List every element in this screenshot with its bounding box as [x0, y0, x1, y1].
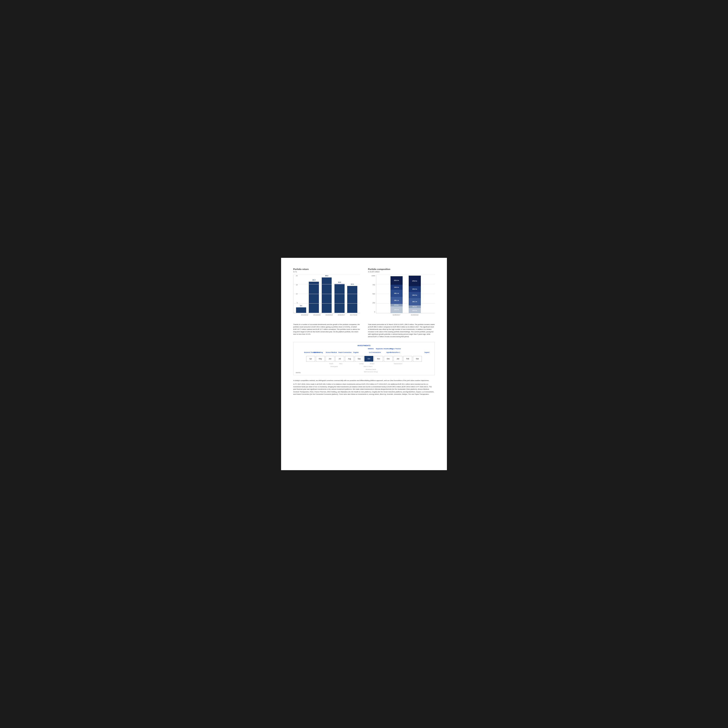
inv-label-lacroissanterie: La Croissanterie [369, 352, 381, 353]
text-row: Thanks to a number of successful divestm… [293, 323, 435, 338]
inv-label-cegeka: Cegeka [353, 352, 359, 353]
month-jan[interactable]: Jan [393, 356, 402, 362]
bar-2013: 3.1 [295, 275, 307, 313]
month-oct[interactable]: Oct [364, 356, 373, 362]
bottom-text: In today's competitive markets, we disti… [293, 379, 435, 396]
exit-res: RES [340, 363, 343, 365]
inv-top-labels-1: WEMAS France Themes Stiplastics Healthca… [296, 348, 432, 352]
portfolio-composition-chart: Porfolio composition In EUR million 1000… [368, 268, 435, 319]
bottom-para-2: In FY 2017-2018, Gimv made in all EUR 24… [293, 383, 435, 396]
month-mar[interactable]: Mar [413, 356, 422, 362]
month-jul[interactable]: Jul [335, 356, 344, 362]
exit-marcovasco: Marco Vasco [364, 366, 373, 367]
portfolio-return-title: Porfolio return [293, 268, 360, 271]
month-nov[interactable]: Nov [374, 356, 383, 362]
text-left: Thanks to a number of successful divestm… [293, 323, 360, 338]
comp-y-axis: 1000 750 500 250 0 [368, 275, 376, 313]
bar-2014: 18.3 [308, 275, 319, 313]
comp-bar-2017: 173.4 m 67.5 m 185.1 m [390, 275, 403, 313]
inv-label-wemas: WEMAS [368, 348, 374, 350]
comp-bar-2018: 134.5 m 67.2 m 192.1 m [409, 275, 421, 313]
portfolio-return-chart: Porfolio return In % 20 15 10 5 0 [293, 268, 360, 319]
exits-area: EXITS Teads RES Luciad Brakel Mackevisio… [296, 362, 432, 373]
bar-2016: 16.6 [334, 275, 345, 313]
composition-subtitle: In EUR million [368, 271, 435, 273]
investments-section: INVESTMENTS WEMAS France Themes Stiplast… [293, 342, 435, 375]
charts-row: Porfolio return In % 20 15 10 5 0 [293, 268, 435, 319]
inv-label-arseus: Arseus Medical [326, 352, 337, 353]
investments-title: INVESTMENTS [296, 344, 432, 347]
x-label-2013: 2013/2014 [299, 314, 310, 316]
comp-x-2017: 31/05/2017 [390, 314, 402, 316]
month-aug[interactable]: Aug [345, 356, 354, 362]
portfolio-return-bar-chart: 20 15 10 5 0 [293, 275, 360, 319]
exit-greenyard: Greenyard [330, 366, 338, 367]
x-label-2017: 2017/2018 [348, 314, 359, 316]
page: Porfolio return In % 20 15 10 5 0 [281, 258, 447, 470]
x-label-2016: 2016/2017 [336, 314, 347, 316]
x-label-2014: 2014/2015 [312, 314, 322, 316]
x-label-2015: 2015/2016 [324, 314, 335, 316]
months-row: Apr May Jun Jul Aug Sep Oct Nov Dec Jan … [296, 356, 432, 362]
inv-label-mvz: MVZ Holding [314, 352, 323, 353]
inv-top-labels-2: Imcheck Therapeutics Snack Connection Ag… [296, 352, 432, 355]
exit-luciad: Luciad [359, 363, 363, 365]
text-right: Total assets amounted at 31 March 2018 t… [368, 323, 435, 338]
month-jun[interactable]: Jun [326, 356, 335, 362]
inv-label-snack: Snack Connection [338, 352, 352, 353]
month-may[interactable]: May [316, 356, 325, 362]
bottom-para-1: In today's competitive markets, we disti… [293, 379, 435, 382]
inv-label-agrobiothers: AgroBiothers [387, 352, 396, 353]
month-apr[interactable]: Apr [306, 356, 315, 362]
comp-x-2018: 31/03/2018 [408, 314, 421, 316]
exit-brakel: Brakel [370, 363, 374, 365]
month-feb[interactable]: Feb [403, 356, 412, 362]
inv-label-stiplastics: Stiplastics Healthcaring [376, 348, 393, 350]
exit-mackevision: Mackevision [394, 363, 402, 365]
exits-title: EXITS [296, 372, 300, 373]
month-sep[interactable]: Sep [355, 356, 364, 362]
exit-almaviva: Almaviva Sante [366, 369, 376, 370]
portfolio-return-subtitle: In % [293, 271, 360, 273]
composition-title: Porfolio composition [368, 268, 435, 271]
inv-label-impact: Impact [424, 352, 429, 353]
exit-teads: Teads [329, 363, 333, 365]
bar-2017: 15.6 [347, 275, 358, 313]
inv-label-fire1: Fire 1 [396, 352, 400, 353]
month-dec[interactable]: Dec [384, 356, 393, 362]
exit-wellservices: Well Services Group [364, 371, 378, 373]
bar-2015: 20.2 [321, 275, 332, 313]
